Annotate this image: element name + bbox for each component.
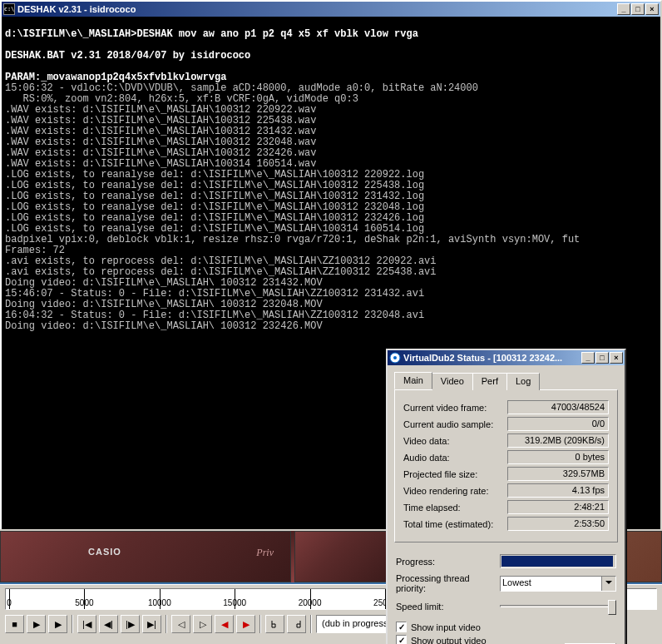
ruler-label: 10000 (148, 598, 171, 607)
play-input-button[interactable]: ▶ (27, 615, 46, 633)
tab-log[interactable]: Log (506, 373, 540, 390)
key-prev-button[interactable]: ◁ (171, 615, 190, 633)
video-thumb-input: CASIO Priv (0, 531, 291, 582)
tabs-row: Main Video Perf Log (394, 372, 618, 389)
video-thumb-output (294, 531, 394, 582)
progress-bar (500, 554, 616, 568)
seek-start-button[interactable]: |◀ (77, 615, 96, 633)
value-audio-data: 0 bytes (507, 450, 609, 464)
value-current-audio-sample: 0/0 (507, 417, 609, 431)
value-time-elapsed: 2:48:21 (507, 500, 609, 514)
dropdown-arrow-icon (605, 581, 612, 584)
separator (259, 615, 261, 633)
value-render-rate: 4.13 fps (507, 483, 609, 498)
status-dialog: VirtualDub2 Status - [100312 23242... _ … (386, 349, 626, 644)
close-button[interactable]: × (645, 3, 659, 15)
ruler-label: 15000 (223, 598, 246, 607)
brand-label: CASIO (88, 547, 121, 557)
minimize-button[interactable]: _ (617, 3, 630, 15)
seek-end-button[interactable]: ▶| (142, 615, 161, 633)
label-video-data: Video data: (403, 436, 507, 446)
label-current-audio-sample: Current audio sample: (403, 419, 507, 429)
tab-main[interactable]: Main (394, 372, 432, 389)
play-output-button[interactable]: ▶ (48, 615, 67, 633)
dialog-minimize-button[interactable]: _ (581, 352, 595, 364)
separator (310, 615, 312, 633)
progress-fill (501, 556, 613, 567)
status-titlebar[interactable]: VirtualDub2 Status - [100312 23242... _ … (388, 350, 625, 365)
scene-next-button[interactable]: ▶ (236, 615, 255, 633)
ruler-label: 5000 (75, 598, 93, 607)
progress-label: Progress: (396, 557, 500, 567)
tab-perf[interactable]: Perf (472, 373, 507, 390)
status-title: VirtualDub2 Status - [100312 23242... (403, 353, 581, 363)
value-total-time: 2:53:50 (507, 517, 609, 531)
console-titlebar[interactable]: c:\ DESHAK v2.31 - isidrococo _ □ × (2, 2, 660, 17)
mark-out-button[interactable] (287, 615, 306, 633)
priority-label: Processing thread priority: (396, 573, 500, 593)
key-next-button[interactable]: ▷ (193, 615, 212, 633)
value-projected-size: 329.57MB (507, 467, 609, 481)
label-render-rate: Video rendering rate: (403, 486, 507, 496)
speed-track (500, 605, 616, 607)
label-current-video-frame: Current video frame: (403, 403, 507, 413)
dialog-maximize-button[interactable]: □ (595, 352, 609, 364)
console-title: DESHAK v2.31 - isidrococo (17, 4, 617, 14)
ruler-label: 20000 (299, 598, 322, 607)
console-icon: c:\ (3, 3, 15, 15)
separator (72, 615, 73, 633)
check-show-output[interactable]: ✓ (396, 635, 407, 644)
ruler-label: 0 (7, 598, 12, 607)
speed-thumb[interactable] (608, 600, 616, 615)
check-show-output-label: Show output video (411, 636, 487, 645)
maximize-button[interactable]: □ (631, 3, 645, 15)
virtualdub-icon (389, 352, 401, 364)
stop-button[interactable]: ■ (5, 615, 24, 633)
label-time-elapsed: Time elapsed: (403, 503, 507, 513)
mark-in-button[interactable] (265, 615, 284, 633)
main-tab-panel: Current video frame:47003/48524 Current … (394, 389, 618, 542)
dialog-close-button[interactable]: × (610, 352, 623, 364)
priority-select[interactable]: Lowest (500, 576, 616, 592)
value-video-data: 319.2MB (209KB/s) (507, 433, 609, 448)
value-current-video-frame: 47003/48524 (507, 400, 609, 414)
label-audio-data: Audio data: (403, 453, 507, 463)
step-back-button[interactable]: ◀| (99, 615, 118, 633)
lower-panel: Progress: Processing thread priority: Lo… (388, 549, 625, 644)
mark-in-icon (270, 619, 280, 629)
check-show-input[interactable]: ✓ (396, 622, 407, 632)
tab-video[interactable]: Video (432, 373, 473, 390)
speed-label: Speed limit: (396, 602, 500, 612)
priv-label: Priv (256, 547, 274, 559)
scene-prev-button[interactable]: ◀ (215, 615, 234, 633)
separator (166, 615, 167, 633)
mark-out-icon (292, 619, 302, 629)
speed-slider[interactable] (500, 598, 616, 615)
check-show-input-label: Show input video (411, 622, 481, 632)
svg-point-1 (393, 356, 397, 359)
label-projected-size: Projected file size: (403, 469, 507, 479)
priority-value: Lowest (502, 577, 531, 587)
step-fwd-button[interactable]: |▶ (121, 615, 140, 633)
label-total-time: Total time (estimated): (403, 519, 507, 529)
